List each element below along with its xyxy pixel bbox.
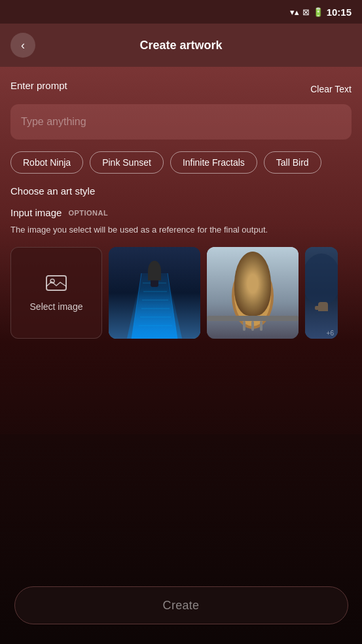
prompt-row: Enter prompt Clear Text — [10, 80, 352, 98]
back-icon: ‹ — [21, 39, 25, 52]
create-button[interactable]: Create — [14, 586, 348, 624]
chips-row: Robot Ninja Pink Sunset Infinite Fractal… — [10, 151, 352, 174]
input-image-section: Input image OPTIONAL The image you selec… — [10, 207, 352, 339]
signal-icon: ⊠ — [302, 7, 310, 17]
art-style-label: Choose an art style — [10, 185, 352, 197]
input-image-row: Input image OPTIONAL — [10, 207, 352, 218]
bottom-section: Create — [0, 434, 362, 644]
input-image-description: The image you select will be used as a r… — [10, 223, 352, 237]
svg-rect-0 — [46, 276, 66, 290]
svg-rect-2 — [109, 247, 200, 339]
status-icons: ▾▴ ⊠ 🔋 10:15 — [290, 7, 352, 18]
optional-badge: OPTIONAL — [68, 209, 108, 217]
owl-image — [207, 247, 299, 339]
svg-point-20 — [245, 278, 250, 284]
svg-point-28 — [305, 254, 338, 306]
battery-icon: 🔋 — [313, 7, 323, 17]
chip-pink-sunset[interactable]: Pink Sunset — [90, 151, 164, 174]
thumbnail-escalator[interactable] — [109, 247, 200, 339]
chip-infinite-fractals[interactable]: Infinite Fractals — [170, 151, 257, 174]
chip-robot-ninja[interactable]: Robot Ninja — [10, 151, 83, 174]
svg-point-18 — [243, 276, 252, 286]
svg-text:+6: +6 — [327, 330, 335, 337]
status-time: 10:15 — [327, 7, 352, 18]
images-row: Select image — [10, 247, 352, 339]
thumbnail-mountain[interactable]: +6 — [305, 247, 338, 339]
svg-rect-26 — [260, 321, 262, 331]
svg-rect-23 — [207, 316, 299, 321]
header: ‹ Create artwork — [0, 24, 362, 67]
svg-rect-24 — [243, 321, 245, 331]
svg-rect-13 — [151, 276, 158, 287]
svg-point-17 — [238, 271, 267, 295]
back-button[interactable]: ‹ — [10, 33, 35, 58]
svg-point-21 — [255, 278, 261, 284]
prompt-label: Enter prompt — [10, 80, 67, 91]
svg-point-19 — [253, 276, 262, 286]
input-image-label: Input image — [10, 207, 62, 218]
image-placeholder-icon — [46, 273, 67, 296]
mountain-image: +6 — [305, 247, 338, 339]
prompt-input[interactable] — [10, 104, 352, 140]
select-image-text: Select image — [30, 301, 83, 312]
chip-tall-bird[interactable]: Tall Bird — [264, 151, 321, 174]
page-title: Create artwork — [139, 39, 222, 52]
svg-rect-29 — [315, 306, 328, 310]
main-content: Enter prompt Clear Text Robot Ninja Pink… — [0, 67, 362, 460]
select-image-button[interactable]: Select image — [10, 247, 102, 339]
thumbnail-owl[interactable] — [207, 247, 299, 339]
svg-rect-25 — [251, 321, 254, 331]
wifi-icon: ▾▴ — [290, 7, 299, 17]
escalator-image — [109, 247, 200, 339]
clear-text-button[interactable]: Clear Text — [310, 84, 352, 94]
svg-marker-22 — [249, 285, 256, 290]
status-bar: ▾▴ ⊠ 🔋 10:15 — [0, 0, 362, 24]
svg-point-12 — [150, 267, 159, 276]
